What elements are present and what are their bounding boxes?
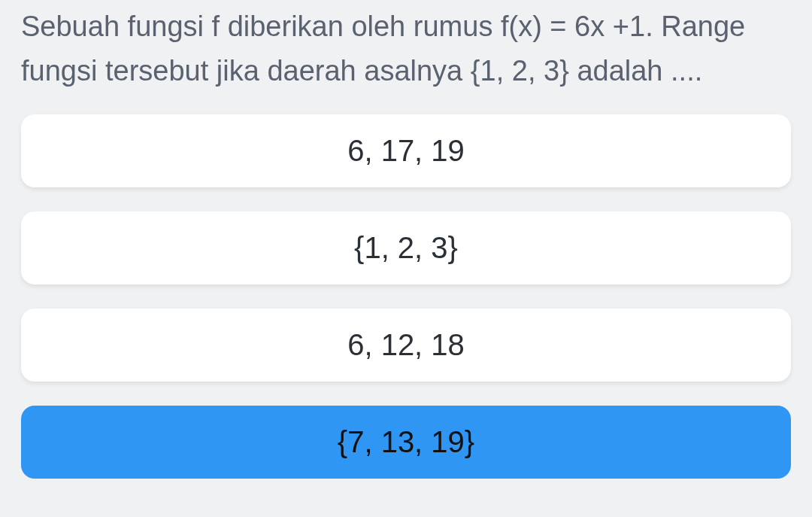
options-container: 6, 17, 19 {1, 2, 3} 6, 12, 18 {7, 13, 19… — [21, 114, 791, 479]
option-3[interactable]: 6, 12, 18 — [21, 309, 791, 382]
option-1[interactable]: 6, 17, 19 — [21, 114, 791, 187]
option-2[interactable]: {1, 2, 3} — [21, 211, 791, 284]
option-4[interactable]: {7, 13, 19} — [21, 406, 791, 479]
question-text: Sebuah fungsi f diberikan oleh rumus f(x… — [21, 0, 791, 114]
